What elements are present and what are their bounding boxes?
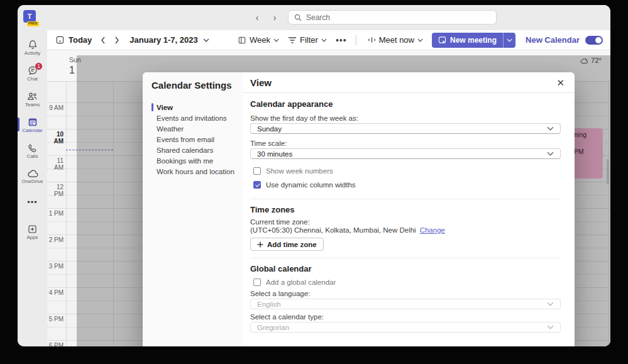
current-time-zone-label: Current time zone: (250, 218, 561, 226)
people-icon (26, 91, 38, 102)
language-label: Select a language: (250, 290, 561, 297)
today-label: Today (69, 35, 92, 45)
cloud-icon (26, 169, 39, 179)
sidebar-item-label: Activity (25, 51, 40, 56)
time-label: 5 PM (47, 316, 63, 323)
search-icon (294, 14, 302, 21)
sidebar-item-calendar[interactable]: Calendar (18, 113, 47, 137)
meet-now-button[interactable]: Meet now (368, 35, 423, 45)
toolbar-divider (356, 35, 356, 45)
filter-icon (288, 36, 297, 44)
first-day-select[interactable]: Sunday (250, 123, 561, 134)
new-calendar-toggle[interactable] (585, 36, 603, 45)
chevron-down-icon (547, 325, 554, 329)
app-sidebar: Activity 1 Chat Teams Calendar Calls (18, 30, 47, 346)
show-week-numbers-row: Show week numbers (253, 167, 561, 175)
first-day-label: Show the first day of the week as: (250, 114, 561, 122)
add-time-zone-button[interactable]: Add time zone (250, 238, 324, 251)
settings-nav: Calendar Settings View Events and invita… (143, 72, 243, 346)
chevron-down-icon (417, 38, 423, 42)
appearance-heading: Calendar appearance (250, 99, 561, 109)
week-view-icon (238, 36, 246, 45)
history-forward-button[interactable]: › (269, 11, 280, 24)
sidebar-item-onedrive[interactable]: OneDrive (18, 164, 47, 189)
change-time-zone-link[interactable]: Change (420, 226, 445, 234)
dynamic-columns-row: Use dynamic column widths (253, 181, 561, 189)
date-range-chevron-icon[interactable] (203, 38, 209, 42)
show-week-numbers-label: Show week numbers (266, 167, 333, 175)
teams-free-badge: FREE (27, 21, 39, 26)
current-time-zone-value: (UTC+05:30) Chennai, Kolkata, Mumbai, Ne… (250, 226, 416, 234)
time-scale-select[interactable]: 30 minutes (250, 148, 561, 159)
settings-nav-shared-calendars[interactable]: Shared calendars (151, 145, 243, 155)
chevron-down-icon (273, 38, 279, 42)
settings-nav-bookings[interactable]: Bookings with me (151, 155, 243, 166)
search-input[interactable]: Search (288, 10, 497, 25)
sidebar-item-label: Calls (27, 154, 38, 159)
chevron-down-icon (321, 38, 327, 42)
filter-button[interactable]: Filter (288, 35, 327, 45)
settings-nav-view[interactable]: View (151, 102, 243, 113)
chevron-down-icon (547, 302, 554, 306)
time-label: 2 PM (47, 236, 63, 243)
time-scale-value: 30 minutes (257, 150, 292, 158)
time-label: 1 PM (47, 210, 63, 217)
toolbar-more-button[interactable]: ••• (336, 35, 347, 45)
filter-label: Filter (300, 35, 318, 45)
show-week-numbers-checkbox[interactable] (253, 167, 261, 175)
calendar-type-select[interactable]: Gregorian (250, 322, 561, 333)
calendar-today-icon (55, 35, 65, 45)
calendar-icon (27, 116, 38, 128)
sidebar-item-chat[interactable]: 1 Chat (18, 61, 47, 85)
time-label: 11 AM (47, 157, 63, 171)
calendar-pane: Today January 1-7, 2023 Week Filter (47, 30, 610, 346)
history-back-button[interactable]: ‹ (251, 11, 263, 24)
calendar-add-icon (438, 36, 446, 44)
chevron-down-icon (547, 152, 554, 156)
calendar-settings-dialog: Calendar Settings View Events and invita… (143, 72, 575, 346)
time-label: 12 PM (47, 184, 63, 197)
time-label: 10 AM (47, 131, 63, 145)
new-meeting-split-button: New meeting (432, 33, 515, 48)
sidebar-item-label: Apps (26, 235, 38, 240)
settings-panel: View ✕ Calendar appearance Show the firs… (243, 72, 575, 346)
meet-now-label: Meet now (379, 35, 414, 45)
prev-week-button[interactable] (101, 36, 106, 44)
ellipsis-icon: ••• (27, 197, 38, 207)
global-calendar-label: Add a global calendar (266, 279, 336, 286)
bell-icon (27, 39, 38, 50)
week-view-label: Week (250, 35, 270, 45)
sidebar-item-calls[interactable]: Calls (18, 138, 47, 163)
settings-nav-weather[interactable]: Weather (151, 123, 243, 134)
grid-column-line (66, 82, 67, 346)
new-meeting-dropdown-button[interactable] (504, 33, 515, 48)
phone-icon (27, 143, 38, 153)
sidebar-item-teams[interactable]: Teams (18, 87, 47, 111)
next-week-button[interactable] (114, 36, 119, 44)
new-meeting-button[interactable]: New meeting (432, 33, 503, 48)
sidebar-more-button[interactable]: ••• (18, 190, 47, 214)
time-label: 9 AM (47, 104, 63, 111)
language-select[interactable]: English (250, 299, 561, 309)
plus-icon (257, 241, 263, 248)
close-icon[interactable]: ✕ (556, 78, 565, 87)
dynamic-columns-checkbox[interactable] (253, 181, 261, 189)
day-number-label: 1 (69, 65, 75, 76)
global-calendar-checkbox[interactable] (253, 279, 261, 286)
screenshot-stage: T FREE ‹ › Search Activity 1 Chat (0, 0, 628, 364)
teams-logo-icon: T (23, 10, 36, 23)
settings-nav-events-invitations[interactable]: Events and invitations (151, 113, 243, 123)
time-scale-label: Time scale: (250, 140, 561, 147)
search-placeholder: Search (306, 13, 330, 22)
time-label: 3 PM (47, 263, 63, 270)
panel-title: View (250, 77, 272, 88)
apps-icon (27, 224, 38, 234)
sidebar-item-apps[interactable]: Apps (18, 219, 47, 244)
today-button[interactable]: Today (55, 35, 92, 45)
date-range-label[interactable]: January 1-7, 2023 (129, 35, 197, 45)
section-divider (250, 199, 561, 199)
view-switcher-week[interactable]: Week (238, 35, 279, 45)
sidebar-item-activity[interactable]: Activity (18, 35, 47, 60)
settings-nav-events-from-email[interactable]: Events from email (151, 134, 243, 145)
settings-nav-work-hours[interactable]: Work hours and location (151, 166, 243, 177)
